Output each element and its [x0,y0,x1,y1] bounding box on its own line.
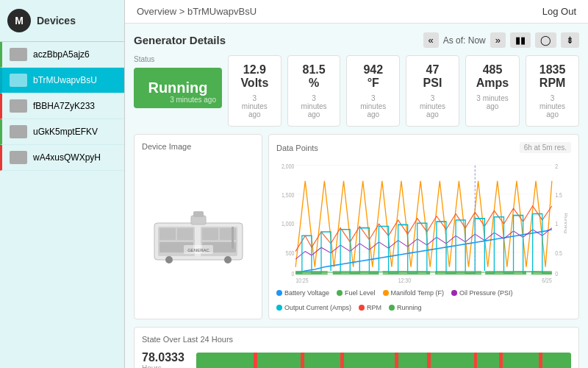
svg-text:GENERAC: GENERAC [187,248,209,252]
state-header: State Over Last 24 Hours [142,335,571,344]
metric-card-3: 47 PSI3 minutes ago [406,55,459,127]
refresh-button[interactable]: ◯ [535,32,556,48]
content-area: Generator Details « As of: Now » ▮▮ ◯ ⇟ … [125,24,588,368]
chart-container: 2,000 1,500 1,000 500 0 2 1.5 1 0.5 0 Ru… [276,158,571,286]
sidebar: M Devices aczBbpA5ajz6bTrMUwapvBsUfBBHA7… [0,0,125,368]
rewind-button[interactable]: « [423,32,439,48]
svg-text:12:30: 12:30 [398,277,412,283]
legend-label: Manifold Temp (F) [391,289,444,297]
legend-color-dot [359,305,365,311]
metric-value: 942 °F [357,63,389,90]
metric-time: 3 minutes ago [476,94,509,110]
device-list: aczBbpA5ajz6bTrMUwapvBsUfBBHA7ZyK233uGkK… [0,42,124,171]
state-bar-segment [196,353,254,368]
svg-text:0: 0 [555,271,558,278]
data-chart: 2,000 1,500 1,000 500 0 2 1.5 1 0.5 0 Ru… [276,158,571,283]
svg-rect-37 [379,271,382,275]
legend-item: Oil Pressure (PSI) [451,289,513,297]
svg-rect-35 [295,271,552,275]
legend-label: Battery Voltage [284,289,329,297]
sidebar-item-fBBHA7ZyK233[interactable]: fBBHA7ZyK233 [0,93,124,119]
state-bar-segment [304,353,340,368]
generator-controls: « As of: Now » ▮▮ ◯ ⇟ [423,32,580,48]
state-card: State Over Last 24 Hours 78.0333 Hours [134,327,579,368]
svg-text:1,000: 1,000 [282,221,295,228]
svg-rect-12 [193,211,204,217]
svg-text:0.5: 0.5 [555,250,562,257]
metric-value: 12.9 Volts [239,63,270,90]
state-bar-container [196,353,571,368]
state-hours: 78.0333 [142,351,184,364]
sidebar-item-bTrMUwapvBsU[interactable]: bTrMUwapvBsU [0,68,124,93]
status-section-label: Status [134,55,222,63]
svg-text:Running: Running [563,213,568,233]
svg-text:0: 0 [292,271,295,278]
svg-rect-4 [177,228,193,240]
svg-rect-38 [430,271,435,275]
legend-label: RPM [367,304,381,311]
state-bar-segment [431,353,474,368]
svg-text:1.5: 1.5 [555,192,562,199]
svg-text:1: 1 [555,221,558,228]
expand-button[interactable]: ⇟ [561,32,579,48]
svg-text:10:25: 10:25 [295,277,308,283]
pause-button[interactable]: ▮▮ [510,32,531,48]
legend-item: Output Current (Amps) [276,304,351,311]
legend-item: RPM [359,304,381,311]
main-content: Overview > bTrMUwapvBsU Log Out Generato… [125,0,588,368]
metric-time: 3 minutes ago [298,94,330,118]
device-name-label: uGkK5mptEFKV [33,127,98,137]
metric-time: 3 minutes ago [357,94,389,118]
state-bar-segment [257,353,301,368]
status-card: Running 3 minutes ago [134,68,222,108]
metric-value: 81.5 % [298,63,330,90]
chart-legend: Battery VoltageFuel LevelManifold Temp (… [276,289,571,311]
sidebar-item-wA4xusQWXpyH[interactable]: wA4xusQWXpyH [0,145,124,171]
metric-card-5: 1835 RPM3 minutes ago [526,55,579,127]
state-bar-segment [542,353,571,368]
svg-text:1,500: 1,500 [282,192,295,199]
logout-button[interactable]: Log Out [542,6,576,17]
legend-label: Oil Pressure (PSI) [459,289,513,297]
data-points-card: Data Points 6h at 5m res. 2,000 1,500 [268,134,579,319]
svg-rect-3 [159,228,176,240]
device-image-card: Device Image [134,134,262,319]
forward-button[interactable]: » [490,32,506,48]
metric-card-1: 81.5 %3 minutes ago [287,55,341,127]
generator-details-title: Generator Details [134,34,226,46]
metric-value: 47 PSI [417,63,448,90]
svg-rect-5 [202,228,218,240]
legend-item: Manifold Temp (F) [383,289,444,297]
device-icon [10,151,27,164]
sidebar-item-uGkK5mptEFKV[interactable]: uGkK5mptEFKV [0,119,124,145]
metric-value: 1835 RPM [537,63,568,90]
data-points-resolution: 6h at 5m res. [520,142,571,153]
metric-value: 485 Amps [476,63,509,90]
legend-item: Fuel Level [337,289,376,297]
legend-color-dot [337,290,343,296]
generator-image: GENERAC [151,201,246,267]
data-points-header: Data Points 6h at 5m res. [276,142,571,153]
bottom-row: Device Image [134,134,579,319]
svg-text:6/25: 6/25 [542,277,552,283]
legend-label: Fuel Level [345,289,376,297]
metric-time: 3 minutes ago [537,94,568,118]
topbar: Overview > bTrMUwapvBsU Log Out [125,0,588,24]
svg-text:2: 2 [555,163,558,170]
svg-rect-15 [232,227,234,249]
device-name-label: bTrMUwapvBsU [33,75,97,85]
device-image-box: GENERAC [142,157,254,311]
svg-rect-36 [328,271,333,275]
legend-label: Running [397,304,422,311]
device-icon [10,74,27,87]
legend-item: Running [389,304,422,311]
metric-card-2: 942 °F3 minutes ago [346,55,400,127]
status-running-value: Running [146,79,210,96]
legend-color-dot [276,290,282,296]
legend-color-dot [389,305,395,311]
device-image-label: Device Image [142,142,254,151]
device-name-label: wA4xusQWXpyH [33,152,101,163]
metrics-row: 12.9 Volts3 minutes ago81.5 %3 minutes a… [228,55,579,127]
status-time: 3 minutes ago [170,96,216,104]
sidebar-item-aczBbpA5ajz6[interactable]: aczBbpA5ajz6 [0,42,124,68]
